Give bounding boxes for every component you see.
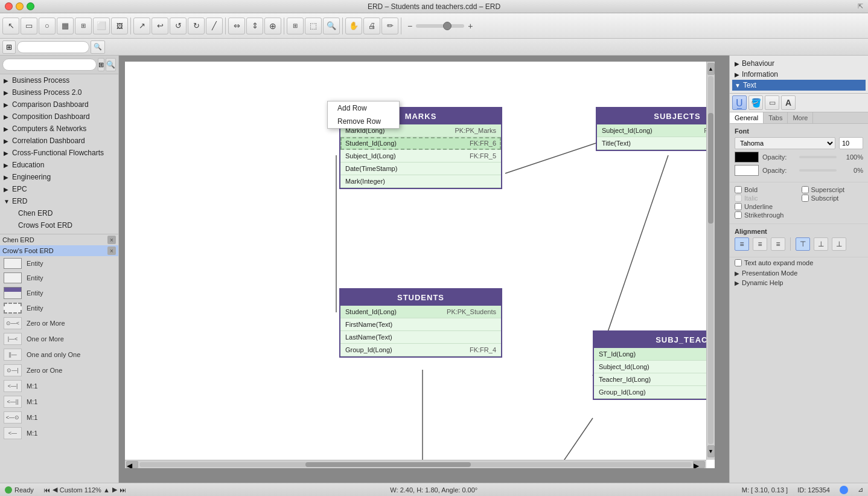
sidebar-item-education[interactable]: ▶ Education [0, 159, 118, 171]
erd-table-subjects[interactable]: SUBJECTS Subject_Id(Long) PK:PK_Subjects… [596, 107, 715, 151]
secondary-grid-button[interactable]: ⊞ [2, 40, 16, 54]
resize-corner-icon[interactable]: ⊿ [858, 486, 863, 494]
shape-m1-2[interactable]: <—|| M:1 [0, 394, 118, 410]
align-top-button[interactable]: ⊤ [796, 237, 810, 251]
rect-tool-button[interactable]: ▭ [21, 18, 37, 34]
vscroll-down[interactable]: ▼ [707, 445, 715, 457]
shape-one-and-only-one[interactable]: ||— One and only One [0, 347, 118, 362]
pan-button[interactable]: ✋ [345, 18, 362, 34]
select-tool-button[interactable]: ↖ [2, 18, 19, 34]
sidebar-item-correlation-dashboard[interactable]: ▶ Correlation Dashboard [0, 135, 118, 147]
vscroll-thumb[interactable] [708, 113, 713, 224]
connector-tool-button[interactable]: ↗ [133, 18, 150, 34]
right-tree-information[interactable]: ▶ Information [732, 69, 866, 80]
canvas-area[interactable]: Add Row Remove Row MARKS MarkId(Long) PK… [119, 56, 729, 483]
hscroll-thumb[interactable] [305, 462, 471, 467]
format-text-button[interactable]: A [781, 95, 796, 110]
font-size-input[interactable] [839, 137, 863, 149]
redo-button[interactable]: ↻ [188, 18, 205, 34]
sidebar-item-crows-foot-erd[interactable]: Crows Foot ERD [0, 219, 118, 231]
format-border-button[interactable]: ▭ [765, 95, 779, 110]
opacity1-slider[interactable] [799, 156, 837, 158]
vscroll-up[interactable]: ▲ [707, 63, 715, 75]
align-center-button[interactable]: ≡ [753, 237, 767, 251]
subscript-checkbox[interactable] [802, 195, 809, 202]
zoom-thumb[interactable] [443, 22, 452, 30]
sidebar-search-input[interactable] [2, 59, 97, 71]
maximize-button[interactable] [27, 2, 34, 10]
open-tab-close-chen[interactable]: × [107, 236, 116, 244]
tab-general[interactable]: General [730, 112, 764, 123]
context-add-row[interactable]: Add Row [328, 101, 399, 115]
text-auto-expand-row[interactable]: Text auto expand mode [730, 257, 868, 268]
marks-row-2[interactable]: Subject_Id(Long) FK:FR_5 [340, 150, 501, 163]
sidebar-item-business-process[interactable]: ▶ Business Process [0, 74, 118, 86]
sidebar-item-cross-functional[interactable]: ▶ Cross-Functional Flowcharts [0, 147, 118, 159]
zoom-slider[interactable] [416, 24, 464, 28]
status-nav[interactable]: ⏮ ◀ Custom 112% ▲ ▶ ⏭ [43, 486, 126, 494]
shape-m1-4[interactable]: <— M:1 [0, 425, 118, 441]
color1-swatch[interactable] [735, 152, 759, 163]
right-tree-text[interactable]: ▼ Text [732, 80, 866, 91]
shape-entity-dotted[interactable]: Entity [0, 301, 118, 315]
open-tab-close-crows[interactable]: × [107, 246, 116, 255]
align-left-button[interactable]: ≡ [735, 237, 749, 251]
open-tab-crows-foot[interactable]: Crow's Foot ERD × [0, 245, 118, 256]
shape-entity-header[interactable]: Entity [0, 285, 118, 301]
italic-checkbox[interactable] [735, 195, 742, 202]
context-remove-row[interactable]: Remove Row [328, 115, 399, 128]
tab-more[interactable]: More [788, 112, 813, 123]
superscript-checkbox[interactable] [802, 186, 809, 193]
expand-v-button[interactable]: ⇕ [246, 18, 263, 34]
presentation-mode-row[interactable]: ▶ Presentation Mode [730, 268, 868, 278]
subjects-row-1[interactable]: Title(Text) [597, 137, 715, 150]
sidebar-item-engineering[interactable]: ▶ Engineering [0, 171, 118, 183]
color2-swatch[interactable] [735, 165, 759, 176]
zoom-minus-button[interactable]: − [406, 21, 413, 31]
right-tree-behaviour[interactable]: ▶ Behaviour [732, 58, 866, 69]
shape-entity-plain-1[interactable]: Entity [0, 256, 118, 271]
shape-m1-3[interactable]: <—⊙ M:1 [0, 410, 118, 425]
sidebar-item-comparison-dashboard[interactable]: ▶ Comparison Dashboard [0, 98, 118, 111]
sidebar-search-icon[interactable]: 🔍 [106, 58, 116, 71]
align-bottom-button[interactable]: ⊥ [832, 237, 846, 251]
tab-tabs[interactable]: Tabs [764, 112, 788, 123]
shape-zero-or-more[interactable]: ⊙—< Zero or More [0, 315, 118, 331]
nav-prev-btn[interactable]: ◀ [53, 486, 57, 494]
line-tool-button[interactable]: ╱ [206, 18, 223, 34]
sidebar-item-epc[interactable]: ▶ EPC [0, 183, 118, 195]
zoom-up-icon[interactable]: ▲ [103, 486, 110, 494]
align-right-button[interactable]: ≡ [771, 237, 785, 251]
shape-one-or-more[interactable]: |—< One or More [0, 331, 118, 347]
sidebar-grid-button[interactable]: ⊞ [98, 58, 104, 71]
subj-teach-row-3[interactable]: Group_Id(Long) FK:FR_1 [594, 386, 715, 399]
add-button[interactable]: ⊕ [264, 18, 281, 34]
sidebar-item-chen-erd[interactable]: Chen ERD [0, 207, 118, 219]
hscroll-left[interactable]: ◀ [126, 461, 138, 468]
marks-row-4[interactable]: Mark(Integer) [340, 175, 501, 188]
text-auto-expand-checkbox[interactable] [735, 259, 742, 266]
strikethrough-checkbox[interactable] [735, 211, 742, 219]
nav-first-btn[interactable]: ⏮ [43, 486, 50, 494]
underline-checkbox[interactable] [735, 203, 742, 210]
erd-table-students[interactable]: STUDENTS Student_Id(Long) PK:PK_Students… [339, 288, 502, 358]
students-row-2[interactable]: LastName(Text) [340, 331, 501, 344]
open-tab-chen-erd[interactable]: Chen ERD × [0, 234, 118, 245]
sidebar-item-erd[interactable]: ▼ ERD [0, 195, 118, 207]
canvas-vscroll[interactable]: ▲ ▼ [706, 62, 715, 460]
sidebar-item-composition-dashboard[interactable]: ▶ Composition Dashboard [0, 111, 118, 123]
image-tool-button[interactable]: 🖼 [111, 18, 128, 34]
marks-row-1[interactable]: Student_Id(Long) FK:FR_6 [340, 137, 501, 150]
hscroll-right[interactable]: ▶ [693, 461, 705, 468]
secondary-search-button[interactable]: 🔍 [91, 40, 105, 54]
shape-m1-1[interactable]: <—| M:1 [0, 378, 118, 394]
zoom-page-button[interactable]: ⬚ [305, 18, 322, 34]
shape-zero-or-one[interactable]: ⊙—| Zero or One [0, 362, 118, 378]
opacity2-slider[interactable] [799, 169, 837, 172]
marks-row-3[interactable]: Date(TimeStamp) [340, 163, 501, 175]
container-tool-button[interactable]: ⬜ [93, 18, 110, 34]
subjects-row-0[interactable]: Subject_Id(Long) PK:PK_Subjects [597, 124, 715, 137]
students-row-1[interactable]: FirstName(Text) [340, 318, 501, 331]
students-row-0[interactable]: Student_Id(Long) PK:PK_Students [340, 306, 501, 318]
table-tool-button[interactable]: ▦ [57, 18, 74, 34]
